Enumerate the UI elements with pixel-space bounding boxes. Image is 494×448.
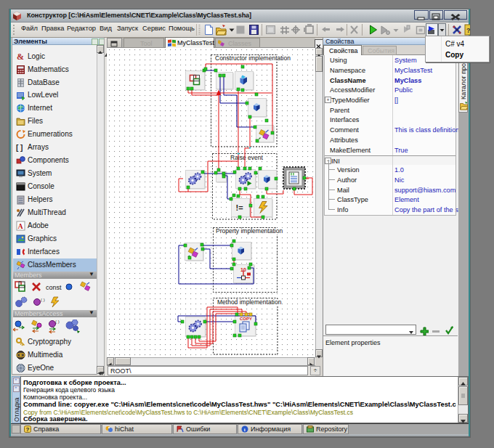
svg-text:Каталог прое: Каталог прое [460, 60, 467, 99]
svg-text:Raise event: Raise event [230, 154, 264, 161]
svg-text:COPY: COPY [240, 317, 252, 321]
svg-text:( ): ( ) [55, 319, 60, 324]
svg-text:Property implementation: Property implementation [216, 227, 283, 235]
svg-text:!=: != [236, 203, 243, 212]
svg-text:&: & [17, 52, 24, 62]
svg-text:Method implementation: Method implementation [217, 298, 282, 306]
svg-text:Constructor implementation: Constructor implementation [215, 54, 291, 62]
svg-text:i: i [244, 427, 246, 433]
svg-text:( ): ( ) [41, 298, 45, 302]
svg-text:A: A [18, 222, 24, 230]
svg-text:const: const [46, 284, 62, 291]
svg-text:[ ]: [ ] [16, 144, 23, 152]
svg-text:?: ? [26, 426, 30, 433]
svg-text:?: ? [466, 27, 470, 34]
svg-text:Отладка: Отладка [13, 397, 20, 422]
